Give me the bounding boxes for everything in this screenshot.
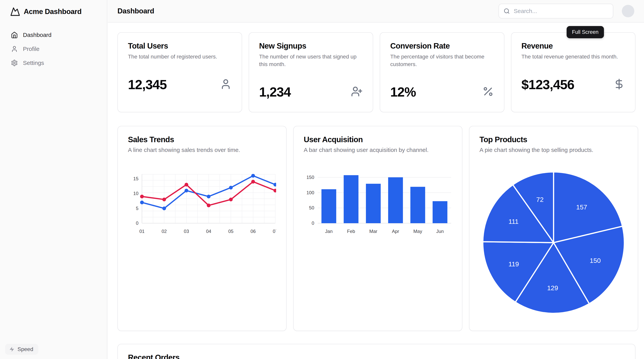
svg-text:50: 50	[309, 205, 314, 210]
svg-text:06: 06	[250, 229, 256, 234]
stat-card-new-signups: New Signups The number of new users that…	[249, 32, 373, 112]
svg-text:157: 157	[576, 203, 587, 211]
chart-title: User Acquisition	[304, 135, 452, 144]
stat-title: Total Users	[128, 41, 232, 50]
svg-text:10: 10	[133, 191, 138, 196]
svg-text:01: 01	[140, 229, 145, 234]
stat-title: Conversion Rate	[390, 41, 494, 50]
svg-text:05: 05	[228, 229, 234, 234]
svg-text:111: 111	[508, 218, 518, 225]
speed-badge[interactable]: Speed	[5, 344, 38, 355]
user-icon	[220, 78, 232, 91]
sidebar-item-dashboard[interactable]: Dashboard	[0, 28, 107, 42]
stat-description: The total number of registered users.	[128, 53, 232, 61]
bar-chart[interactable]: 050100150JanFebMarAprMayJun	[304, 172, 452, 238]
svg-text:Jan: Jan	[325, 229, 333, 234]
sidebar-item-label: Settings	[23, 60, 44, 66]
speed-badge-label: Speed	[18, 346, 33, 353]
svg-text:15: 15	[133, 176, 138, 181]
svg-text:May: May	[414, 229, 422, 234]
stat-value: 12%	[390, 84, 416, 99]
header: Dashboard	[108, 0, 644, 22]
stat-card-total-users: Total Users The total number of register…	[118, 32, 242, 112]
section-title: Recent Orders	[128, 353, 625, 359]
chart-title: Sales Trends	[128, 135, 276, 144]
stat-value: $123,456	[522, 77, 574, 92]
chart-subtitle: A line chart showing sales trends over t…	[128, 147, 276, 153]
svg-text:04: 04	[206, 229, 211, 234]
chart-title: Top Products	[480, 135, 628, 144]
stat-description: The number of new users that signed up t…	[259, 53, 363, 68]
user-icon	[11, 45, 18, 52]
stat-description: The percentage of visitors that become c…	[390, 53, 494, 68]
svg-text:Mar: Mar	[369, 229, 377, 234]
sales-trends-card: Sales Trends A line chart showing sales …	[118, 126, 286, 331]
mountain-logo-icon	[10, 6, 20, 17]
stat-cards-row: Total Users The total number of register…	[118, 32, 636, 112]
percent-icon	[482, 86, 494, 98]
main-region: Dashboard Total Users The total number o…	[108, 0, 644, 359]
svg-text:03: 03	[184, 229, 189, 234]
chart-subtitle: A bar chart showing user acquisition by …	[304, 147, 452, 153]
sidebar-item-label: Dashboard	[23, 32, 52, 38]
content: Total Users The total number of register…	[108, 22, 644, 359]
search-icon	[504, 8, 510, 14]
full-screen-tooltip: Full Screen	[566, 26, 604, 38]
svg-text:02: 02	[162, 229, 167, 234]
sidebar-item-profile[interactable]: Profile	[0, 42, 107, 56]
sidebar-nav: Dashboard Profile Settings	[0, 28, 107, 70]
svg-text:72: 72	[536, 196, 544, 203]
stat-card-revenue: Full Screen Revenue The total revenue ge…	[511, 32, 636, 112]
page-title: Dashboard	[118, 7, 154, 15]
svg-text:07: 07	[273, 229, 276, 234]
svg-text:150: 150	[306, 175, 314, 180]
stat-value: 1,234	[259, 84, 291, 99]
svg-text:Jun: Jun	[436, 229, 444, 234]
avatar[interactable]	[622, 5, 634, 17]
svg-text:129: 129	[547, 284, 558, 292]
user-plus-icon	[351, 86, 363, 98]
search-box	[498, 4, 613, 18]
stat-value: 12,345	[128, 77, 167, 92]
chart-cards-row: Sales Trends A line chart showing sales …	[118, 126, 636, 331]
stat-title: New Signups	[259, 41, 363, 50]
gear-icon	[11, 59, 18, 66]
svg-text:Apr: Apr	[392, 229, 399, 234]
stat-card-conversion-rate: Conversion Rate The percentage of visito…	[380, 32, 504, 112]
recent-orders-card: Recent Orders	[118, 344, 636, 359]
stat-description: The total revenue generated this month.	[522, 53, 625, 61]
sidebar-item-label: Profile	[23, 46, 40, 52]
search-input[interactable]	[498, 4, 613, 18]
svg-text:0: 0	[312, 221, 314, 226]
home-icon	[11, 31, 18, 38]
top-products-card: Top Products A pie chart showing the top…	[469, 126, 638, 331]
app-title: Acme Dashboard	[24, 7, 82, 16]
line-chart[interactable]: 05101501020304050607	[128, 172, 276, 238]
lightning-icon	[9, 346, 15, 352]
svg-text:Feb: Feb	[347, 229, 355, 234]
svg-text:0: 0	[136, 221, 138, 226]
chart-subtitle: A pie chart showing the top selling prod…	[480, 147, 628, 153]
dollar-icon	[613, 78, 625, 91]
sidebar: Acme Dashboard Dashboard Profile Setting…	[0, 0, 107, 359]
svg-text:100: 100	[306, 190, 314, 195]
stat-title: Revenue	[522, 41, 625, 50]
svg-text:150: 150	[590, 257, 601, 264]
svg-text:5: 5	[136, 206, 138, 211]
svg-text:119: 119	[508, 260, 519, 268]
app-logo-row: Acme Dashboard	[0, 0, 107, 17]
user-acquisition-card: User Acquisition A bar chart showing use…	[293, 126, 462, 331]
sidebar-item-settings[interactable]: Settings	[0, 56, 107, 70]
pie-chart[interactable]: 15715012911911172	[480, 171, 628, 314]
